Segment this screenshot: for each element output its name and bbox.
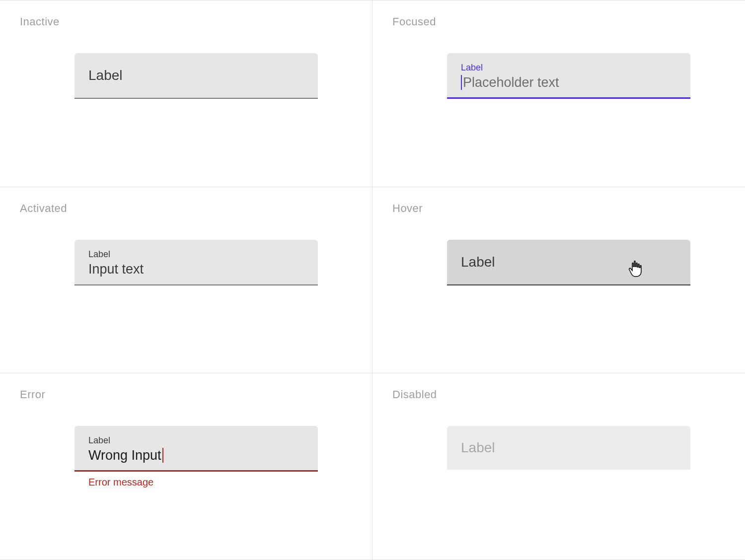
field-label: Label — [461, 254, 495, 270]
state-title-activated: Activated — [20, 202, 352, 215]
error-message: Error message — [88, 477, 318, 488]
text-cursor-icon — [162, 448, 163, 463]
field-wrapper-inactive: Label — [74, 53, 318, 99]
state-title-inactive: Inactive — [20, 15, 352, 28]
state-title-focused: Focused — [392, 15, 725, 28]
text-field-disabled: Label — [447, 426, 690, 470]
field-wrapper-focused: Label Placeholder text — [447, 53, 690, 99]
field-wrapper-hover: Label — [447, 240, 690, 285]
field-wrapper-activated: Label Input text — [74, 240, 318, 285]
cell-focused: Focused Label Placeholder text — [372, 0, 745, 187]
state-title-hover: Hover — [392, 202, 725, 215]
placeholder-text: Placeholder text — [463, 75, 559, 90]
cell-activated: Activated Label Input text — [0, 187, 372, 374]
field-wrapper-disabled: Label — [447, 426, 690, 470]
cell-inactive: Inactive Label — [0, 0, 372, 187]
field-label: Label — [461, 440, 495, 456]
text-field-error[interactable]: Label Wrong Input — [74, 426, 318, 472]
field-wrapper-error: Label Wrong Input Error message — [74, 426, 318, 488]
field-label: Label — [88, 68, 123, 83]
input-text: Wrong Input — [88, 448, 161, 463]
field-label: Label — [461, 63, 483, 73]
state-title-error: Error — [20, 388, 352, 401]
field-label: Label — [88, 249, 110, 260]
input-text: Input text — [88, 262, 144, 277]
field-label: Label — [88, 435, 110, 446]
cell-hover: Hover Label — [372, 187, 745, 374]
text-field-activated[interactable]: Label Input text — [74, 240, 318, 285]
text-cursor-icon — [461, 75, 462, 90]
pointer-cursor-icon — [627, 260, 643, 279]
states-grid: Inactive Label Focused Label Placeholder… — [0, 0, 745, 560]
text-field-inactive[interactable]: Label — [74, 53, 318, 99]
cell-error: Error Label Wrong Input Error message — [0, 373, 372, 560]
text-field-hover[interactable]: Label — [447, 240, 690, 285]
text-field-focused[interactable]: Label Placeholder text — [447, 53, 690, 99]
state-title-disabled: Disabled — [392, 388, 725, 401]
input-line: Wrong Input — [88, 448, 163, 463]
cell-disabled: Disabled Label — [372, 373, 745, 560]
input-line: Placeholder text — [461, 75, 559, 90]
